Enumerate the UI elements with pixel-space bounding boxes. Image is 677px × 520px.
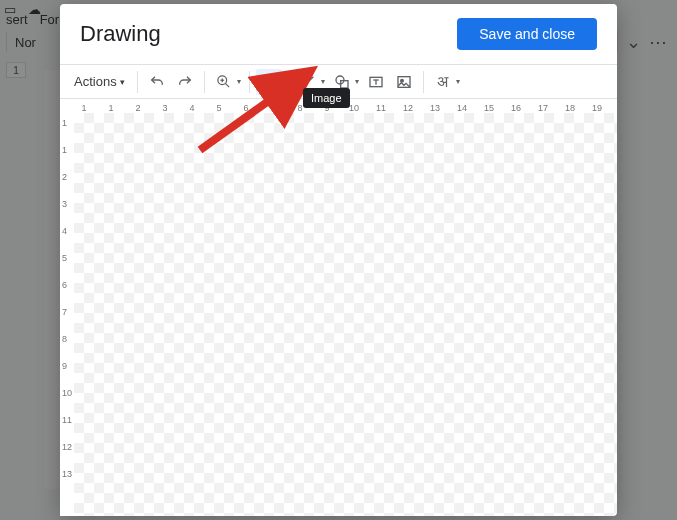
undo-button[interactable] [144, 69, 170, 95]
svg-point-11 [400, 79, 403, 82]
svg-rect-6 [340, 80, 347, 87]
svg-line-4 [302, 76, 313, 87]
drawing-canvas[interactable] [74, 113, 617, 516]
select-tool[interactable] [256, 69, 282, 95]
image-tool[interactable] [391, 69, 417, 95]
image-tooltip: Image [303, 88, 350, 108]
language-dropdown-icon[interactable]: ▾ [456, 77, 460, 86]
language-tool[interactable]: अ [430, 69, 456, 95]
save-and-close-button[interactable]: Save and close [457, 18, 597, 50]
svg-line-1 [226, 83, 230, 87]
shape-dropdown-icon[interactable]: ▾ [355, 77, 359, 86]
textbox-tool[interactable] [363, 69, 389, 95]
modal-title: Drawing [80, 21, 161, 47]
zoom-dropdown-icon[interactable]: ▾ [237, 77, 241, 86]
line-dropdown-icon[interactable]: ▾ [321, 77, 325, 86]
zoom-button[interactable] [211, 69, 237, 95]
actions-dropdown[interactable]: Actions ▾ [68, 70, 131, 93]
ruler-vertical: 1 1 2 3 4 5 6 7 8 9 10 11 12 13 [60, 99, 74, 516]
drawing-modal: Drawing Save and close Actions ▾ ▾ ▾ ▾ अ… [60, 4, 617, 516]
redo-button[interactable] [172, 69, 198, 95]
